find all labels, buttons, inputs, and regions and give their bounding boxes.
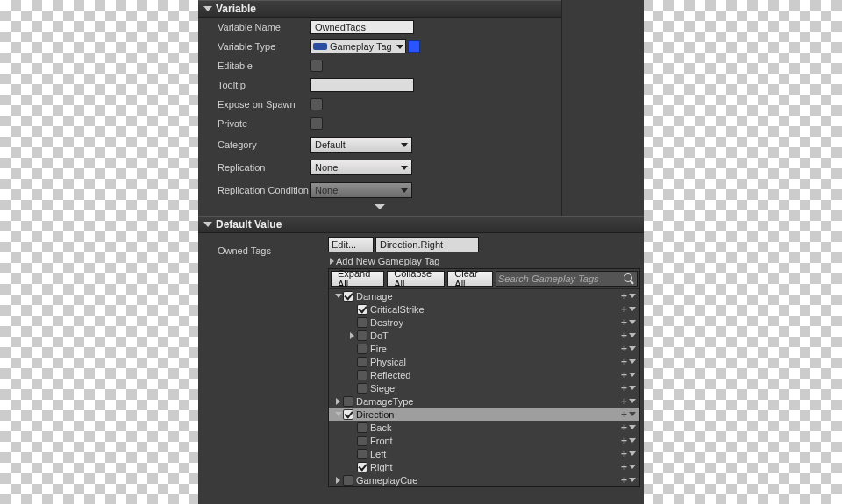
tag-row-dot[interactable]: DoT+: [329, 329, 639, 342]
tag-checkbox[interactable]: [357, 383, 367, 394]
add-child-tag-button[interactable]: +: [621, 474, 627, 486]
row-tooltip: Tooltip: [198, 75, 561, 95]
tag-row-menu-button[interactable]: [629, 412, 636, 416]
tag-row-fire[interactable]: Fire+: [329, 342, 639, 355]
tag-checkbox[interactable]: [357, 330, 367, 341]
tag-row-menu-button[interactable]: [629, 438, 636, 443]
tag-checkbox[interactable]: [343, 475, 353, 486]
add-child-tag-button[interactable]: +: [621, 382, 627, 394]
clear-all-button[interactable]: Clear All: [447, 271, 493, 287]
tooltip-input[interactable]: [310, 78, 414, 92]
tag-label: Back: [370, 422, 621, 433]
add-child-tag-button[interactable]: +: [621, 461, 627, 473]
tag-row-menu-button[interactable]: [629, 333, 636, 337]
add-child-tag-button[interactable]: +: [621, 369, 627, 381]
advanced-toggle[interactable]: [198, 202, 561, 212]
variable-type-dropdown[interactable]: Gameplay Tag: [310, 39, 406, 53]
row-expose-on-spawn: Expose on Spawn: [198, 95, 561, 114]
tag-checkbox[interactable]: [357, 344, 367, 354]
tag-row-menu-button[interactable]: [629, 346, 636, 351]
expander-placeholder: [348, 463, 356, 471]
tag-row-reflected[interactable]: Reflected+: [329, 368, 639, 381]
tag-checkbox[interactable]: [357, 370, 367, 380]
search-field[interactable]: [496, 271, 638, 287]
label-variable-name: Variable Name: [198, 22, 310, 32]
tag-row-menu-button[interactable]: [629, 386, 636, 390]
tag-row-physical[interactable]: Physical+: [329, 355, 639, 368]
collapse-all-button[interactable]: Collapse All: [387, 271, 445, 287]
tag-row-criticalstrike[interactable]: CriticalStrike+: [329, 302, 639, 316]
expander-icon[interactable]: [348, 331, 356, 339]
add-child-tag-button[interactable]: +: [621, 422, 627, 434]
add-child-tag-button[interactable]: +: [621, 435, 627, 447]
replication-condition-dropdown[interactable]: None: [310, 182, 412, 198]
add-child-tag-button[interactable]: +: [621, 303, 627, 316]
tag-label: CriticalStrike: [370, 304, 621, 315]
details-panel: Variable Variable Name Variable Type Gam…: [198, 0, 644, 504]
tag-row-menu-button[interactable]: [629, 465, 636, 469]
search-input[interactable]: [498, 273, 619, 284]
expander-icon[interactable]: [334, 476, 342, 484]
expander-icon[interactable]: [334, 292, 342, 300]
tag-checkbox[interactable]: [343, 409, 353, 420]
tag-row-front[interactable]: Front+: [329, 434, 639, 447]
tag-row-menu-button[interactable]: [629, 478, 636, 482]
tag-checkbox[interactable]: [357, 317, 367, 328]
tag-row-right[interactable]: Right+: [329, 460, 639, 473]
tag-checkbox[interactable]: [343, 291, 353, 302]
expander-icon[interactable]: [334, 397, 342, 405]
tag-row-menu-button[interactable]: [629, 373, 636, 377]
tag-row-menu-button[interactable]: [629, 294, 636, 298]
add-child-tag-button[interactable]: +: [621, 356, 627, 368]
tag-row-menu-button[interactable]: [629, 359, 636, 364]
row-private: Private: [198, 114, 561, 133]
expand-all-button[interactable]: Expand All: [331, 271, 384, 287]
tag-label: Siege: [370, 383, 621, 394]
tag-label: Damage: [356, 291, 621, 302]
tag-checkbox[interactable]: [343, 396, 353, 407]
tag-checkbox[interactable]: [357, 357, 367, 367]
category-dropdown[interactable]: Default: [310, 137, 412, 153]
tag-checkbox[interactable]: [357, 436, 367, 446]
tag-checkbox[interactable]: [357, 462, 367, 472]
tag-checkbox[interactable]: [357, 449, 367, 459]
expose-on-spawn-checkbox[interactable]: [310, 98, 323, 110]
tag-row-gameplaycue[interactable]: GameplayCue+: [329, 473, 639, 486]
replication-dropdown[interactable]: None: [310, 160, 412, 175]
add-child-tag-button[interactable]: +: [621, 330, 627, 342]
add-child-tag-button[interactable]: +: [621, 448, 627, 460]
add-child-tag-button[interactable]: +: [621, 290, 627, 302]
tag-row-menu-button[interactable]: [629, 399, 636, 403]
variable-container-type[interactable]: [408, 40, 420, 53]
expander-placeholder: [348, 371, 356, 379]
variable-header[interactable]: Variable: [198, 0, 561, 18]
variable-name-input[interactable]: [310, 20, 414, 34]
tag-label: Front: [370, 436, 621, 446]
add-child-tag-button[interactable]: +: [621, 343, 627, 355]
add-child-tag-button[interactable]: +: [621, 395, 627, 408]
tag-row-damagetype[interactable]: DamageType+: [329, 394, 639, 408]
tag-row-menu-button[interactable]: [629, 425, 636, 429]
editable-checkbox[interactable]: [310, 60, 323, 72]
tag-checkbox[interactable]: [357, 422, 367, 433]
tag-row-left[interactable]: Left+: [329, 447, 639, 460]
add-child-tag-button[interactable]: +: [621, 316, 627, 329]
tag-row-actions: +: [621, 448, 636, 460]
tag-checkbox[interactable]: [357, 304, 367, 315]
default-value-header[interactable]: Default Value: [198, 216, 644, 233]
tag-row-menu-button[interactable]: [629, 320, 636, 324]
row-replication: Replication None: [198, 156, 561, 179]
tag-row-direction[interactable]: Direction+: [329, 408, 639, 421]
tag-row-back[interactable]: Back+: [329, 421, 639, 434]
tag-row-menu-button[interactable]: [629, 307, 636, 311]
add-child-tag-button[interactable]: +: [621, 408, 627, 421]
tag-row-siege[interactable]: Siege+: [329, 381, 639, 394]
tag-row-damage[interactable]: Damage+: [329, 289, 639, 302]
expander-icon[interactable]: [334, 410, 342, 418]
edit-dropdown[interactable]: Edit...: [328, 237, 374, 252]
tag-row-destroy[interactable]: Destroy+: [329, 316, 639, 329]
private-checkbox[interactable]: [310, 117, 323, 130]
tag-row-menu-button[interactable]: [629, 451, 636, 456]
expander-placeholder: [348, 344, 356, 352]
add-new-gameplay-tag[interactable]: Add New Gameplay Tag: [328, 254, 640, 268]
